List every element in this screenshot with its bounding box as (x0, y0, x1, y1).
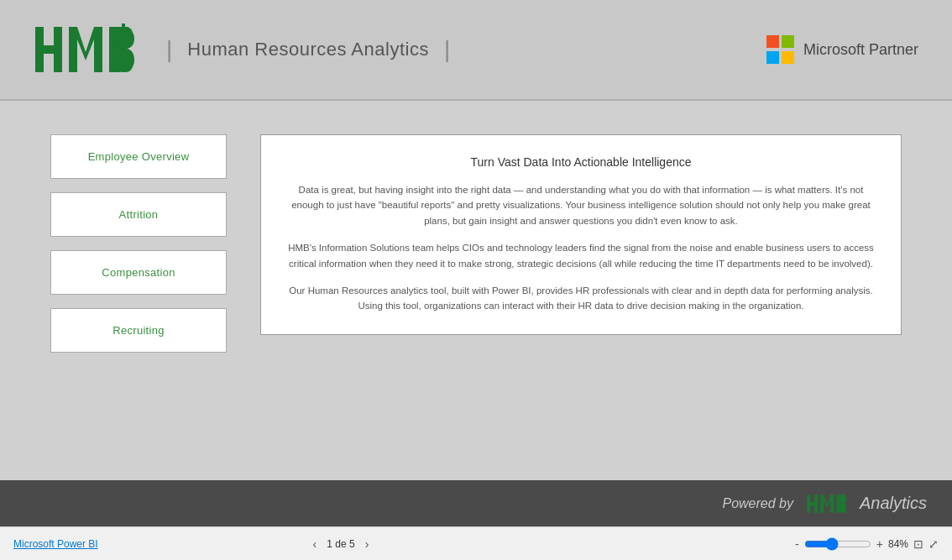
ms-square-red (766, 35, 779, 48)
info-box-para1: Data is great, but having insight into t… (286, 182, 876, 228)
compensation-button[interactable]: Compensation (50, 250, 227, 295)
svg-rect-2 (54, 27, 62, 72)
zoom-slider[interactable] (804, 537, 871, 551)
employee-overview-button[interactable]: Employee Overview (50, 134, 227, 179)
svg-rect-10 (118, 27, 128, 30)
header-divider-left: | (166, 36, 172, 63)
ms-partner-label: Microsoft Partner (803, 41, 918, 59)
ms-square-green (782, 35, 794, 48)
ms-square-yellow (782, 51, 794, 64)
ms-partner: Microsoft Partner (766, 35, 918, 64)
bottom-nav: ‹ 1 de 5 › (310, 537, 373, 551)
ms-logo (766, 35, 795, 64)
footer-powered-by: Powered by (722, 496, 793, 511)
svg-rect-19 (840, 503, 845, 512)
zoom-out-button[interactable]: - (795, 537, 799, 551)
info-box-para2: HMB's Information Solutions team helps C… (286, 240, 876, 271)
svg-rect-6 (109, 27, 118, 72)
header-divider-right: | (444, 36, 450, 63)
footer-analytics: Analytics (860, 494, 927, 513)
svg-rect-21 (840, 495, 845, 496)
fit-page-icon[interactable]: ⊡ (913, 537, 923, 551)
info-box-para3: Our Human Resources analytics tool, buil… (286, 283, 876, 314)
powerbi-link[interactable]: Microsoft Power BI (13, 538, 98, 550)
svg-rect-17 (836, 495, 840, 513)
info-box: Turn Vast Data Into Actionable Intellige… (260, 134, 902, 335)
footer: Powered by Analytics (0, 480, 952, 526)
attrition-button[interactable]: Attrition (50, 192, 227, 237)
zoom-value: 84% (888, 538, 908, 550)
svg-rect-8 (118, 49, 133, 72)
nav-buttons: Employee Overview Attrition Compensation… (50, 134, 227, 353)
svg-rect-5 (94, 27, 102, 72)
info-box-title: Turn Vast Data Into Actionable Intellige… (286, 155, 876, 169)
bottom-bar: Microsoft Power BI ‹ 1 de 5 › - + 84% ⊡ … (0, 526, 952, 560)
zoom-in-button[interactable]: + (876, 537, 883, 551)
svg-rect-16 (830, 495, 834, 513)
bottom-right: - + 84% ⊡ ⤢ (795, 537, 939, 551)
header: | Human Resources Analytics | Microsoft … (0, 0, 952, 101)
hmb-logo (34, 20, 134, 79)
recruiting-button[interactable]: Recruiting (50, 308, 227, 353)
header-title: Human Resources Analytics (187, 39, 429, 60)
page-indicator: 1 de 5 (327, 538, 354, 550)
next-page-button[interactable]: › (362, 537, 373, 551)
fullscreen-icon[interactable]: ⤢ (928, 537, 939, 551)
footer-hmb-logo (803, 492, 850, 516)
svg-rect-13 (814, 495, 818, 513)
main-content: Employee Overview Attrition Compensation… (0, 101, 952, 480)
prev-page-button[interactable]: ‹ (310, 537, 321, 551)
ms-square-blue (766, 51, 779, 64)
